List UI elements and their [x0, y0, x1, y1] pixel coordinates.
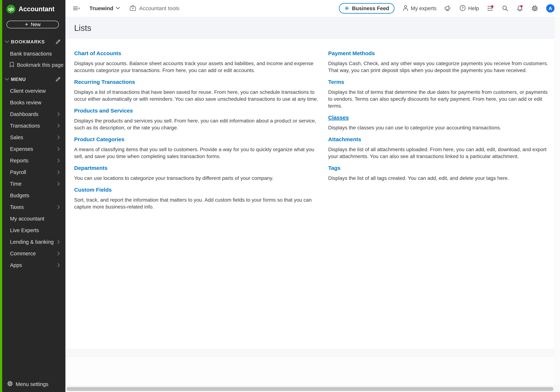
sidebar-menu-list: Client overviewBooks reviewDashboardsTra… — [2, 85, 65, 271]
menu-section-header[interactable]: MENU — [2, 76, 65, 83]
sidebar-item-label: Taxes — [10, 204, 57, 210]
company-switcher[interactable]: Truewind — [90, 5, 120, 11]
list-link-departments[interactable]: Departments — [74, 165, 107, 171]
list-section-products-and-services: Products and ServicesDisplays the produc… — [74, 108, 321, 131]
list-description: A means of classifying items that you se… — [74, 146, 321, 160]
edit-menu-icon[interactable] — [55, 77, 60, 82]
list-description: Displays the list of terms that determin… — [328, 89, 549, 109]
accountant-tools-label: Accountant tools — [139, 5, 180, 11]
list-link-product-categories[interactable]: Product Categories — [74, 136, 124, 143]
sidebar-item-books-review[interactable]: Books review — [2, 97, 65, 108]
sidebar-item-budgets[interactable]: Budgets — [2, 190, 65, 201]
lists-content: Chart of AccountsDisplays your accounts.… — [65, 39, 560, 349]
bookmark-icon — [10, 62, 14, 68]
list-description: Displays your accounts. Balance sheet ac… — [74, 60, 321, 74]
business-feed-button[interactable]: ✳ Business Feed — [339, 3, 394, 14]
sidebar-item-client-overview[interactable]: Client overview — [2, 85, 65, 97]
sidebar-item-label: Commerce — [10, 251, 57, 257]
chevron-right-icon — [57, 205, 60, 209]
sidebar-item-label: Time — [10, 181, 57, 187]
list-link-products-and-services[interactable]: Products and Services — [74, 108, 133, 114]
sidebar-item-taxes[interactable]: Taxes — [2, 201, 65, 213]
my-experts-label: My experts — [411, 5, 437, 11]
list-description: Displays the list of all tags created. Y… — [328, 175, 549, 182]
chevron-right-icon — [57, 182, 60, 186]
menu-settings-button[interactable]: Menu settings — [7, 381, 49, 388]
list-section-recurring-transactions: Recurring TransactionsDisplays a list of… — [74, 79, 321, 103]
sparkle-icon: ✳ — [344, 5, 350, 11]
top-header: Truewind Accountant tools ✳ Business Fee… — [65, 0, 560, 17]
collapse-sidebar-icon[interactable] — [73, 5, 80, 12]
sidebar-item-label: Books review — [10, 100, 60, 106]
sidebar-item-payroll[interactable]: Payroll — [2, 166, 65, 178]
list-link-custom-fields[interactable]: Custom Fields — [74, 187, 112, 193]
list-link-classes[interactable]: Classes — [328, 115, 349, 121]
sidebar-item-commerce[interactable]: Commerce — [2, 248, 65, 259]
list-section-tags: TagsDisplays the list of all tags create… — [328, 165, 549, 182]
chevron-right-icon — [57, 124, 60, 128]
apps-grid-icon[interactable] — [487, 5, 494, 12]
accountant-tools-button[interactable]: Accountant tools — [129, 5, 180, 12]
chevron-right-icon — [57, 112, 60, 116]
list-section-terms: TermsDisplays the list of terms that det… — [328, 79, 549, 109]
footer-divider-band — [65, 349, 560, 357]
announcements-icon[interactable] — [444, 5, 451, 11]
list-section-custom-fields: Custom FieldsSort, track, and report the… — [74, 187, 321, 210]
chevron-right-icon — [57, 135, 60, 139]
bookmark-this-page[interactable]: Bookmark this page — [2, 62, 65, 68]
sidebar-item-reports[interactable]: Reports — [2, 155, 65, 166]
sidebar-item-apps[interactable]: Apps — [2, 259, 65, 271]
list-description: Displays Cash, Check, and any other ways… — [328, 60, 549, 74]
help-button[interactable]: ? Help — [459, 5, 479, 12]
list-link-tags[interactable]: Tags — [328, 165, 340, 171]
list-link-payment-methods[interactable]: Payment Methods — [328, 50, 375, 57]
sidebar-item-lending-banking[interactable]: Lending & banking — [2, 236, 65, 248]
settings-gear-icon[interactable] — [531, 5, 538, 12]
list-description: You can use locations to categorize your… — [74, 175, 321, 182]
sidebar-item-label: My accountant — [10, 216, 60, 222]
list-description: Displays a list of transactions that hav… — [74, 89, 321, 103]
sidebar-item-label: Sales — [10, 134, 57, 141]
sidebar-item-my-accountant[interactable]: My accountant — [2, 213, 65, 224]
list-link-chart-of-accounts[interactable]: Chart of Accounts — [74, 50, 121, 57]
bookmarks-section-header[interactable]: BOOKMARKS — [2, 38, 65, 45]
list-link-attachments[interactable]: Attachments — [328, 136, 361, 143]
sidebar-item-expenses[interactable]: Expenses — [2, 143, 65, 155]
chevron-right-icon — [57, 263, 60, 267]
chevron-right-icon — [57, 240, 60, 244]
sidebar-item-dashboards[interactable]: Dashboards — [2, 108, 65, 120]
horizontal-scrollbar-thumb[interactable] — [67, 387, 553, 391]
sidebar-item-sales[interactable]: Sales — [2, 132, 65, 143]
list-description: Displays the products and services you s… — [74, 117, 321, 131]
sidebar-item-time[interactable]: Time — [2, 178, 65, 190]
notifications-bell-icon[interactable] — [516, 5, 523, 12]
list-link-terms[interactable]: Terms — [328, 79, 344, 85]
horizontal-scrollbar[interactable] — [65, 386, 560, 392]
chevron-down-icon — [116, 7, 120, 10]
list-link-recurring-transactions[interactable]: Recurring Transactions — [74, 79, 135, 85]
lists-left-column: Chart of AccountsDisplays your accounts.… — [74, 50, 321, 349]
app-window: qb Accountant + New BOOKMARKS Bank trans… — [0, 0, 560, 392]
main-area: Truewind Accountant tools ✳ Business Fee… — [65, 0, 560, 392]
page-title-band: Lists — [65, 17, 560, 39]
qb-logo: qb Accountant — [2, 0, 65, 13]
user-avatar[interactable]: A — [546, 4, 555, 12]
sidebar-item-label: Payroll — [10, 169, 57, 175]
new-button[interactable]: + New — [7, 21, 59, 28]
sidebar-item-label: Transactions — [10, 123, 57, 129]
search-icon[interactable] — [502, 5, 508, 12]
sidebar-item-label: Expenses — [10, 146, 57, 152]
my-experts-button[interactable]: My experts — [402, 5, 437, 12]
sidebar-item-bank-transactions[interactable]: Bank transactions — [2, 51, 65, 57]
chevron-right-icon — [57, 159, 60, 163]
help-label: Help — [468, 5, 479, 11]
list-section-payment-methods: Payment MethodsDisplays Cash, Check, and… — [328, 50, 549, 74]
sidebar-item-live-experts[interactable]: Live Experts — [2, 224, 65, 236]
sidebar-item-transactions[interactable]: Transactions — [2, 120, 65, 132]
menu-section-label: MENU — [11, 76, 26, 82]
vertical-scrollbar[interactable] — [555, 17, 560, 386]
chevron-right-icon — [57, 170, 60, 174]
notification-dot — [491, 5, 493, 8]
edit-bookmarks-icon[interactable] — [55, 39, 60, 44]
list-description: Displays the list of all attachments upl… — [328, 146, 549, 160]
